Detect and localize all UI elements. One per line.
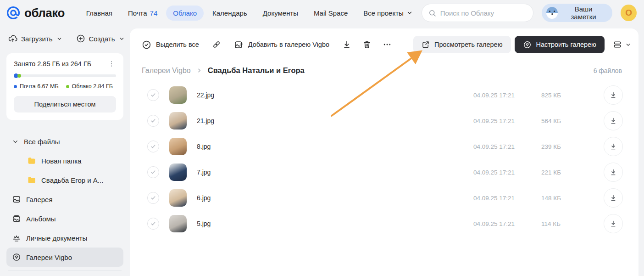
upload-button[interactable]: Загрузить: [8, 34, 62, 43]
file-name[interactable]: 22.jpg: [197, 91, 450, 99]
breadcrumb-current: Свадьба Натальи и Егора: [208, 66, 305, 75]
row-checkbox[interactable]: [147, 166, 159, 178]
download-file-button[interactable]: [604, 188, 623, 208]
files-count: 6 файлов: [594, 67, 622, 74]
chevron-down-icon: [56, 36, 62, 42]
tree-item-vigbo-galleries[interactable]: Галереи Vigbo: [6, 248, 123, 267]
file-date: 04.09.25 17:21: [460, 118, 528, 124]
chevron-down-icon: [119, 36, 125, 42]
cloud-logo[interactable]: облако: [6, 6, 65, 20]
add-to-gallery-button[interactable]: Добавить в галерею Vigbo: [234, 40, 329, 50]
nav-item-cloud[interactable]: Облако: [166, 6, 204, 21]
nav-item-all-projects[interactable]: Все проекты: [356, 6, 420, 21]
download-file-button[interactable]: [604, 137, 623, 156]
chevron-down-icon[interactable]: [12, 138, 19, 145]
file-date: 04.09.25 17:21: [460, 92, 528, 99]
setup-gallery-label: Настроить галерею: [536, 41, 596, 48]
file-row[interactable]: 8.jpg 04.09.25 17:21 239 КБ: [130, 134, 638, 159]
breadcrumb: Галереи Vigbo Свадьба Натальи и Егора 6 …: [130, 53, 638, 75]
file-name[interactable]: 6.jpg: [197, 194, 450, 202]
nav-item-mailspace[interactable]: Mail Space: [307, 6, 355, 21]
download-file-button[interactable]: [604, 85, 623, 105]
download-file-button[interactable]: [604, 214, 623, 233]
file-thumbnail[interactable]: [169, 112, 187, 130]
file-row[interactable]: 22.jpg 04.09.25 17:21 825 КБ: [130, 82, 638, 108]
file-name[interactable]: 7.jpg: [197, 169, 450, 176]
file-thumbnail[interactable]: [169, 163, 187, 181]
more-actions-button[interactable]: [383, 40, 392, 49]
row-checkbox[interactable]: [147, 89, 159, 101]
file-thumbnail[interactable]: [169, 86, 187, 104]
add-to-gallery-label: Добавить в галерею Vigbo: [248, 41, 329, 48]
file-date: 04.09.25 17:21: [460, 220, 528, 227]
chevron-right-icon: [196, 68, 202, 73]
file-row[interactable]: 21.jpg 04.09.25 17:21 564 КБ: [130, 108, 638, 134]
file-size: 114 КБ: [539, 220, 594, 227]
view-mode-toggle[interactable]: [613, 40, 631, 49]
download-file-button[interactable]: [604, 163, 623, 182]
row-checkbox[interactable]: [147, 115, 159, 127]
tree-item-gallery[interactable]: Галерея: [6, 190, 123, 209]
file-date: 04.09.25 17:21: [460, 143, 528, 150]
storage-widget: Занято 2.85 ГБ из 264 ГБ Почта 6.67 МБ О…: [6, 53, 123, 120]
upload-cloud-icon: [8, 34, 17, 43]
tree-item-personal-documents[interactable]: Личные документы: [6, 228, 123, 248]
selection-toolbar: Выделить все Добавить в галерею Vigbo: [130, 28, 638, 53]
file-size: 239 КБ: [539, 143, 594, 150]
nav-label: Mail Space: [314, 9, 348, 17]
upload-label: Загрузить: [21, 35, 53, 43]
nav-item-documents[interactable]: Документы: [256, 6, 305, 21]
file-name[interactable]: 21.jpg: [197, 117, 450, 124]
download-file-button[interactable]: [604, 111, 623, 130]
file-list: 22.jpg 04.09.25 17:21 825 КБ 21.jpg 04.0…: [130, 82, 638, 237]
mail-usage-label: Почта 6.67 МБ: [20, 83, 59, 90]
view-gallery-button[interactable]: Просмотреть галерею: [413, 36, 511, 53]
tree-item-albums[interactable]: Альбомы: [6, 209, 123, 228]
nav-label: Все проекты: [363, 9, 404, 17]
list-view-icon: [613, 40, 622, 49]
file-thumbnail[interactable]: [169, 189, 187, 207]
tree-item-wedding-folder[interactable]: Свадьба Егор и А...: [6, 170, 123, 190]
search-input[interactable]: [440, 9, 532, 17]
search-bar[interactable]: [422, 4, 533, 22]
create-button[interactable]: Создать: [76, 34, 125, 43]
tree-item-new-folder[interactable]: Новая папка: [6, 151, 123, 170]
trash-icon[interactable]: [362, 40, 372, 49]
file-row[interactable]: 7.jpg 04.09.25 17:21 221 КБ: [130, 159, 638, 185]
file-thumbnail[interactable]: [169, 138, 187, 155]
gallery-icon: [12, 195, 21, 204]
nav-label: Облако: [173, 9, 197, 17]
select-all-label: Выделить все: [156, 41, 199, 48]
green-dot-icon: [66, 85, 69, 88]
row-checkbox[interactable]: [147, 141, 159, 152]
nav-item-calendar[interactable]: Календарь: [205, 6, 254, 21]
share-space-button[interactable]: Поделиться местом: [14, 96, 116, 113]
file-thumbnail[interactable]: [169, 215, 187, 232]
tree-item-all-files[interactable]: Все файлы: [6, 132, 123, 151]
row-checkbox[interactable]: [147, 192, 159, 204]
setup-gallery-button[interactable]: Настроить галерею: [515, 36, 605, 53]
logo-text: облако: [24, 6, 65, 20]
tree-label: Галереи Vigbo: [26, 253, 72, 261]
mailru-at-icon: [6, 6, 20, 20]
storage-menu-button[interactable]: [107, 60, 116, 68]
file-size: 148 КБ: [539, 195, 594, 202]
file-name[interactable]: 8.jpg: [197, 143, 450, 150]
tree-label: Новая папка: [41, 157, 81, 165]
avatar-letter: O: [625, 8, 632, 18]
breadcrumb-parent[interactable]: Галереи Vigbo: [142, 67, 191, 75]
file-date: 04.09.25 17:21: [460, 169, 528, 176]
copy-link-button[interactable]: [212, 40, 221, 49]
nav-item-home[interactable]: Главная: [79, 6, 119, 21]
tree-label: Личные документы: [26, 234, 87, 242]
row-checkbox[interactable]: [147, 218, 159, 230]
user-avatar[interactable]: O: [621, 5, 637, 21]
file-row[interactable]: 5.jpg 04.09.25 17:21 114 КБ: [130, 211, 638, 237]
file-row[interactable]: 6.jpg 04.09.25 17:21 148 КБ: [130, 185, 638, 211]
download-button[interactable]: [342, 40, 351, 49]
file-name[interactable]: 5.jpg: [197, 220, 450, 227]
select-all-button[interactable]: Выделить все: [142, 40, 199, 50]
your-notes-button[interactable]: Ваши заметки: [542, 4, 612, 22]
view-gallery-label: Просмотреть галерею: [434, 41, 503, 48]
nav-item-mail[interactable]: Почта 74: [121, 6, 164, 21]
